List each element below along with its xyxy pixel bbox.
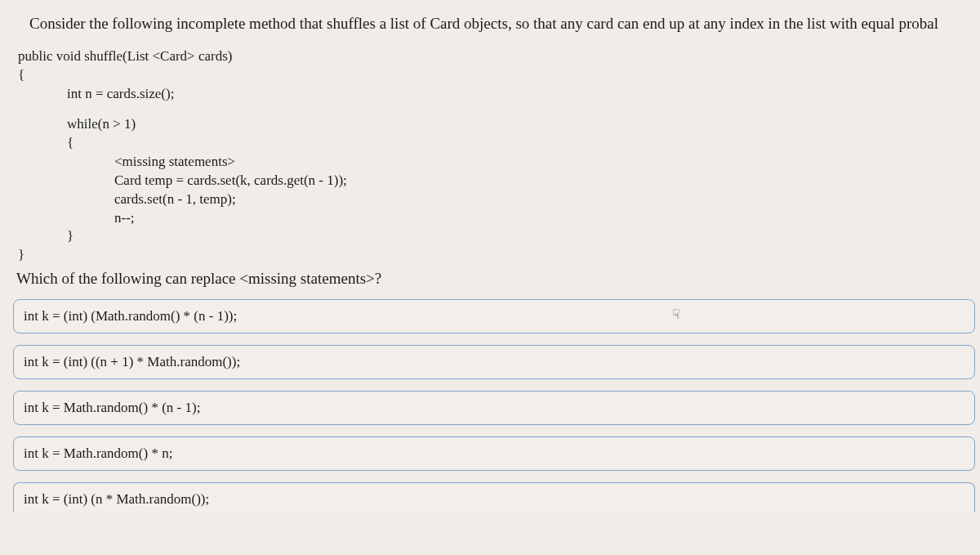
pointer-cursor-icon: ☟ (672, 307, 680, 322)
options-list: int k = (int) (Math.random() * (n - 1));… (13, 299, 980, 512)
question-page: Consider the following incomplete method… (0, 0, 980, 512)
option-e[interactable]: int k = (int) (n * Math.random()); (13, 482, 975, 512)
option-d[interactable]: int k = Math.random() * n; (13, 436, 975, 471)
intro-text: Consider the following incomplete method… (29, 15, 980, 33)
intro-code-word: Card (430, 15, 460, 32)
intro-prefix: Consider the following incomplete method… (29, 15, 430, 32)
code-temp: Card temp = cards.set(k, cards.get(n - 1… (114, 172, 980, 190)
question-prefix: Which of the following can replace (16, 270, 239, 287)
code-block: public void shuffle(List <Card> cards) {… (16, 47, 980, 265)
option-text: int k = Math.random() * n; (24, 445, 172, 461)
code-dec: n--; (114, 209, 980, 228)
option-text: int k = (int) (n * Math.random()); (24, 491, 209, 507)
option-b[interactable]: int k = (int) ((n + 1) * Math.random()); (13, 345, 975, 379)
code-set: cards.set(n - 1, temp); (114, 190, 980, 209)
option-c[interactable]: int k = Math.random() * (n - 1); (13, 391, 975, 425)
option-text: int k = Math.random() * (n - 1); (24, 400, 200, 415)
option-a[interactable]: int k = (int) (Math.random() * (n - 1));… (13, 299, 975, 333)
code-signature: public void shuffle(List <Card> cards) (18, 47, 980, 66)
option-text: int k = (int) ((n + 1) * Math.random()); (24, 354, 240, 369)
code-while-open: { (67, 134, 980, 153)
code-missing: <missing statements> (114, 153, 980, 172)
option-text: int k = (int) (Math.random() * (n - 1)); (24, 308, 237, 324)
code-while-close: } (67, 227, 980, 246)
question-code: <missing statements> (239, 270, 375, 287)
code-line-size: int n = cards.size(); (67, 85, 980, 104)
code-open-brace: { (18, 66, 980, 85)
question-text: Which of the following can replace <miss… (16, 270, 980, 288)
blank-line (16, 104, 980, 115)
question-suffix: ? (375, 270, 381, 287)
code-while: while(n > 1) (67, 115, 980, 134)
code-close-brace: } (18, 246, 980, 265)
intro-suffix: objects, so that any card can end up at … (460, 15, 938, 32)
